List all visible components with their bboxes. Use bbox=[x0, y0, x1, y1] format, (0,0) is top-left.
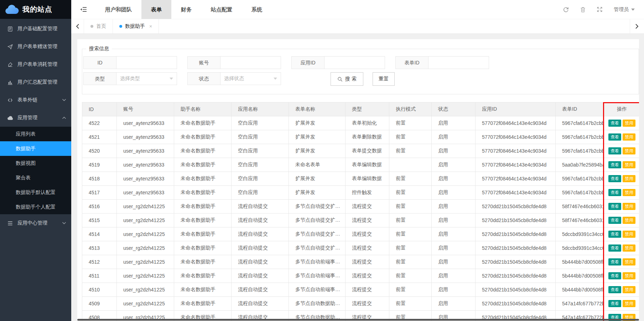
cell-account: user_aytenz95633 bbox=[117, 158, 174, 172]
view-button[interactable]: 查看 bbox=[608, 286, 621, 293]
search-field-3: 应用ID bbox=[291, 56, 385, 69]
cell-form_id: 5aa0ab7fe25894ba bbox=[556, 158, 604, 172]
tabs-scroll-left-icon[interactable] bbox=[71, 19, 84, 33]
disable-button[interactable]: 禁用 bbox=[623, 189, 635, 196]
cell-app_id: 577072f08464c143e4c9034d bbox=[476, 130, 556, 144]
view-button[interactable]: 查看 bbox=[608, 231, 621, 238]
search-button[interactable]: 搜 索 bbox=[331, 72, 363, 86]
view-button[interactable]: 查看 bbox=[608, 120, 621, 127]
sidebar-item-2[interactable]: 用户表单赠送管理 bbox=[0, 38, 71, 56]
view-button[interactable]: 查看 bbox=[608, 133, 621, 141]
reset-button[interactable]: 重置 bbox=[373, 72, 395, 86]
cell-status: 启用 bbox=[432, 297, 476, 311]
sidebar-item-3[interactable]: 用户表单消耗管理 bbox=[0, 56, 71, 73]
table-row: 4520user_aytenz95633未命名数据助手空白应用扩展并发表单提交数… bbox=[82, 144, 639, 158]
submenu-item-2[interactable]: 数据助手 bbox=[0, 141, 71, 156]
disable-button[interactable]: 禁用 bbox=[623, 244, 635, 252]
cell-account: user_rg2dzh41225 bbox=[117, 227, 174, 241]
select-field[interactable]: 选择状态 bbox=[220, 72, 281, 85]
cell-status: 启用 bbox=[432, 255, 476, 269]
close-icon[interactable]: × bbox=[149, 23, 152, 29]
disable-button[interactable]: 禁用 bbox=[623, 231, 635, 238]
sidebar-item-6[interactable]: 应用管理 bbox=[0, 109, 71, 127]
horizontal-scrollbar[interactable] bbox=[77, 319, 639, 321]
cell-account: user_rg2dzh41225 bbox=[117, 283, 174, 297]
field-input[interactable] bbox=[116, 56, 177, 69]
disable-button[interactable]: 禁用 bbox=[623, 258, 635, 265]
disable-button[interactable]: 禁用 bbox=[623, 147, 635, 154]
sidebar-item-7[interactable]: 应用中心管理 bbox=[0, 214, 71, 232]
nav-tab-3[interactable]: 财务 bbox=[171, 0, 201, 19]
view-button[interactable]: 查看 bbox=[608, 272, 621, 279]
search-field-1: ID bbox=[83, 56, 177, 69]
page-tab-1[interactable]: 首页 bbox=[84, 19, 113, 33]
view-button[interactable]: 查看 bbox=[608, 161, 621, 168]
cell-mode: 前置 bbox=[389, 144, 432, 158]
nav-tab-4[interactable]: 站点配置 bbox=[201, 0, 242, 19]
submenu-item-1[interactable]: 应用列表 bbox=[0, 127, 71, 141]
field-input[interactable] bbox=[220, 56, 281, 69]
view-button[interactable]: 查看 bbox=[608, 244, 621, 252]
cell-actions: 查看禁用 bbox=[604, 186, 639, 200]
cell-assistant: 未命名数据助手 bbox=[174, 214, 232, 227]
submenu-item-4[interactable]: 聚合表 bbox=[0, 170, 71, 185]
disable-button[interactable]: 禁用 bbox=[623, 161, 635, 168]
disable-button[interactable]: 禁用 bbox=[623, 272, 635, 279]
select-field[interactable]: 选择类型 bbox=[116, 72, 177, 85]
send-icon bbox=[7, 44, 13, 50]
cell-id: 4519 bbox=[82, 158, 117, 172]
view-button[interactable]: 查看 bbox=[608, 217, 621, 224]
cell-assistant: 未命名数据助手 bbox=[174, 200, 232, 214]
nav-tab-2[interactable]: 表单 bbox=[141, 0, 171, 19]
sidebar-item-5[interactable]: 表单外链 bbox=[0, 91, 71, 109]
cell-account: user_aytenz95633 bbox=[117, 130, 174, 144]
disable-button[interactable]: 禁用 bbox=[623, 133, 635, 141]
cell-form: 扩展并发 bbox=[289, 172, 346, 186]
cell-account: user_rg2dzh41225 bbox=[117, 214, 174, 227]
tabs-scroll-right-icon[interactable] bbox=[630, 19, 644, 33]
submenu-item-3[interactable]: 数据视图 bbox=[0, 156, 71, 170]
cell-account: user_aytenz95633 bbox=[117, 186, 174, 200]
cell-mode: 前置 bbox=[389, 214, 432, 227]
sidebar-item-1[interactable]: 用户基础配置管理 bbox=[0, 20, 71, 38]
cell-id: 4516 bbox=[82, 200, 117, 214]
disable-button[interactable]: 禁用 bbox=[623, 217, 635, 224]
cell-account: user_rg2dzh41225 bbox=[117, 200, 174, 214]
disable-button[interactable]: 禁用 bbox=[623, 203, 635, 210]
table-row: 4510user_rg2dzh41225未命名数据助手流程自动提交多节点自动前端… bbox=[82, 283, 639, 297]
cell-id: 4510 bbox=[82, 283, 117, 297]
main-area: 用户和团队表单财务站点配置系统 管理员 首页数据助手× 搜索信息 ID账号应用I… bbox=[71, 0, 644, 321]
trash-icon[interactable] bbox=[580, 7, 586, 12]
user-menu[interactable]: 管理员 bbox=[614, 6, 635, 13]
disable-button[interactable]: 禁用 bbox=[623, 175, 635, 182]
collapse-sidebar-icon[interactable] bbox=[71, 7, 95, 12]
cell-app_id: 5270dd21b15045cb8cfde4d8 bbox=[476, 269, 556, 283]
refresh-icon[interactable] bbox=[563, 6, 569, 12]
submenu-item-5[interactable]: 数据助手默认配置 bbox=[0, 185, 71, 200]
view-button[interactable]: 查看 bbox=[608, 147, 621, 154]
page-tab-2[interactable]: 数据助手× bbox=[113, 19, 159, 33]
cell-type: 流程提交 bbox=[346, 227, 389, 241]
site-title: 我的站点 bbox=[22, 5, 52, 14]
view-button[interactable]: 查看 bbox=[608, 300, 621, 307]
sidebar-item-4[interactable]: 用户汇总配置管理 bbox=[0, 73, 71, 91]
submenu-item-6[interactable]: 数据助手个人配置 bbox=[0, 200, 71, 214]
disable-button[interactable]: 禁用 bbox=[623, 300, 635, 307]
cell-app: 流程自动提交 bbox=[232, 214, 289, 227]
nav-tab-1[interactable]: 用户和团队 bbox=[95, 0, 141, 19]
cell-app: 流程自动提交 bbox=[232, 200, 289, 214]
field-input[interactable] bbox=[324, 56, 385, 69]
cell-id: 4509 bbox=[82, 297, 117, 311]
disable-button[interactable]: 禁用 bbox=[623, 286, 635, 293]
disable-button[interactable]: 禁用 bbox=[623, 120, 635, 127]
view-button[interactable]: 查看 bbox=[608, 189, 621, 196]
view-button[interactable]: 查看 bbox=[608, 175, 621, 182]
cell-mode: 前置 bbox=[389, 283, 432, 297]
view-button[interactable]: 查看 bbox=[608, 203, 621, 210]
cell-assistant: 未命名数据助手 bbox=[174, 269, 232, 283]
nav-tab-5[interactable]: 系统 bbox=[242, 0, 272, 19]
view-button[interactable]: 查看 bbox=[608, 258, 621, 265]
search-field-2: 账号 bbox=[187, 56, 281, 69]
fullscreen-icon[interactable] bbox=[597, 7, 602, 12]
field-input[interactable] bbox=[429, 56, 489, 69]
